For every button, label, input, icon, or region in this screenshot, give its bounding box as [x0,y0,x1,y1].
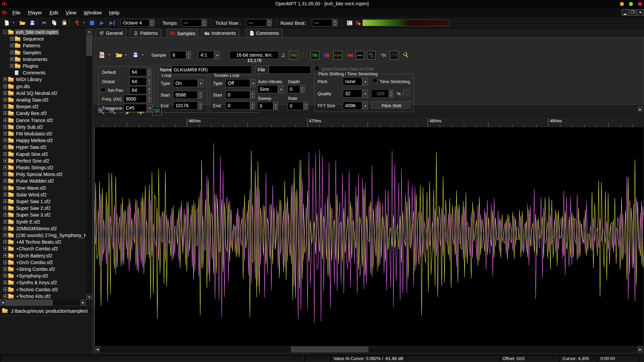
expand-icon[interactable]: + [3,267,7,271]
tree-item[interactable]: +Solar Wind.sf2 [1,191,86,198]
open-sample-button[interactable] [114,50,123,60]
tree-item[interactable]: +Candy Bee.sf2 [1,110,86,117]
open-sample-dropdown-button[interactable] [124,50,128,59]
tree-item[interactable]: +Hyper Saw.sf2 [1,144,86,150]
tree-item[interactable]: +MIDI Library [1,76,86,83]
tab-samples[interactable]: Samples [167,28,199,38]
sample-number-field[interactable]: 9 [170,51,186,59]
tab-general[interactable]: General [96,28,126,37]
invert-button[interactable] [367,51,376,60]
waveform-display[interactable] [94,127,643,346]
tree-item[interactable]: +Plastic Strings.sf2 [1,164,86,171]
tempo-field[interactable]: --- [181,19,202,26]
record-button[interactable] [72,18,82,27]
tree-item[interactable]: +Perfect Sine.sf2 [1,158,86,164]
tab-instruments[interactable]: Instruments [201,28,239,37]
amplify-button[interactable] [322,51,331,60]
tree-item[interactable]: +Synth E.sf2 [1,219,86,225]
rows-per-beat-spinner[interactable] [333,19,338,26]
pan-spinner[interactable] [147,86,152,94]
expand-icon[interactable]: + [10,44,14,47]
expand-icon[interactable]: + [3,199,7,203]
expand-icon[interactable]: + [3,254,7,257]
instrument-library-path-bar[interactable]: J:\backup\music production\samples\ [0,306,93,316]
expand-icon[interactable]: + [3,84,7,88]
expand-icon[interactable]: + [3,240,7,244]
expand-icon[interactable]: + [3,233,7,237]
normalize-button[interactable] [289,51,298,60]
expand-icon[interactable]: + [3,152,7,156]
expand-icon[interactable]: + [3,125,7,129]
tree-item[interactable]: +Kaputt Sine.sf2 [1,151,86,158]
waveform-scrollbar[interactable] [94,346,644,353]
expand-icon[interactable]: + [3,274,7,278]
expand-icon[interactable]: + [3,159,7,163]
tree-item[interactable]: +Analog Saw.sf2 [1,97,86,103]
new-sample-dropdown-button[interactable] [107,50,111,59]
crossfade-button[interactable] [390,51,398,60]
menu-window[interactable]: Window [80,8,105,17]
tree-item[interactable]: +Acid SQ Neutral.sf2 [1,90,86,97]
vibrato-type-dropdown-button[interactable] [278,85,284,93]
toolbar-overflow-button[interactable] [638,107,643,112]
freq-spinner[interactable] [147,95,152,103]
menu-edit[interactable]: Edit [46,8,62,17]
loop-end-spinner[interactable] [198,102,203,110]
autotune-button[interactable] [401,50,411,60]
tree-item[interactable]: ++Techno Combo.sf2 [1,286,86,293]
tree-hscroll-thumb[interactable] [6,300,53,305]
tree-item[interactable]: +Poly Special Mono.sf2 [1,171,86,178]
copy-button[interactable] [50,18,59,27]
close-ball-button[interactable] [638,2,642,6]
vibrato-sweep-field[interactable]: 0 [257,102,273,110]
expand-icon[interactable]: + [3,227,7,230]
tree-vscrollbar[interactable] [87,29,92,300]
fft-size-dropdown-button[interactable] [362,102,368,110]
ticks-per-row-field[interactable]: --- [246,19,267,26]
global-volume-spinner[interactable] [147,77,152,85]
mdi-close-button[interactable] [637,9,644,16]
loop-end-field[interactable]: 10176 [173,102,198,110]
record-sample-button[interactable] [300,51,309,60]
loop-type-field[interactable]: On [173,79,198,87]
tree-scroll-down-button[interactable] [87,294,92,300]
tree-item[interactable]: +Super Saw 1.sf2 [1,198,86,205]
tree-item[interactable]: +Dirty Sub.sf2 [1,124,86,130]
tree-item[interactable]: ++Orch Combo.sf2 [1,259,86,266]
pitch-shift-button[interactable]: Pitch Shift [371,102,412,110]
quality-dropdown-button[interactable] [362,89,368,98]
tree-item[interactable]: +Dance Trance.sf2 [1,117,86,124]
tree-item[interactable]: +Pulse Wobbler.sf2 [1,178,86,184]
expand-icon[interactable]: + [3,294,7,298]
tree-item[interactable]: Comments [1,69,86,76]
loop-type-dropdown-button[interactable] [198,79,204,87]
default-volume-field[interactable]: 64 [129,68,147,76]
ticks-per-row-spinner[interactable] [267,19,272,26]
expand-icon[interactable]: + [3,166,7,169]
save-sample-dropdown-button[interactable] [141,50,145,59]
play-sample-button[interactable]: ♫ [278,50,288,60]
fft-size-field[interactable]: 4096 [343,102,362,110]
expand-icon[interactable]: + [3,145,7,149]
expand-icon[interactable]: + [3,193,7,196]
expand-icon[interactable]: + [10,37,14,41]
tree-item[interactable]: +(130 sounds) 27mg_Symphony_Hall_ [1,232,86,239]
play-from-cursor-button[interactable]: ▶ [107,18,117,27]
mdi-restore-button[interactable] [629,9,636,16]
pitch-field[interactable]: none [343,77,362,85]
new-file-dropdown-button[interactable] [11,18,16,27]
expand-icon[interactable]: + [3,98,7,102]
tree-item[interactable]: +Super Saw 3.sf2 [1,212,86,218]
loop-start-spinner[interactable] [198,91,203,99]
tree-item[interactable]: ++Synths & Keys.sf2 [1,279,86,286]
unsign-button[interactable]: +|± [378,50,388,60]
expand-icon[interactable]: + [3,186,7,190]
stretch-more-button[interactable]: .. [403,89,412,98]
save-button[interactable] [28,18,37,27]
tree-item[interactable]: ++Techno Kits.sf2 [1,293,86,300]
sample-number-spinner[interactable] [186,51,191,59]
expand-icon[interactable]: + [3,132,7,135]
tree-item[interactable]: +Plugins [1,63,86,69]
new-sample-button[interactable] [97,50,107,60]
tree-item[interactable]: ++Symphony.sf2 [1,273,86,279]
